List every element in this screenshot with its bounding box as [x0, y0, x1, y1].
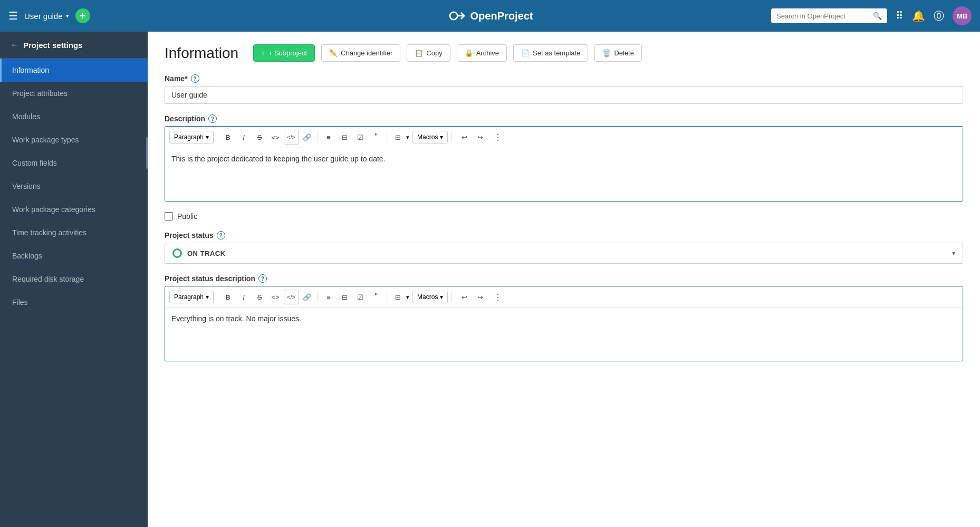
public-label: Public	[177, 212, 197, 221]
status-paragraph-chevron: ▾	[206, 293, 209, 301]
copy-icon: 📋	[415, 49, 423, 57]
sidebar-item-backlogs[interactable]: Backlogs	[0, 244, 148, 267]
status-bold-button[interactable]: B	[220, 290, 235, 304]
status-macros-select[interactable]: Macros ▾	[412, 291, 448, 303]
change-identifier-button[interactable]: ✏️ Change identifier	[321, 44, 400, 62]
svg-point-0	[450, 12, 457, 20]
status-undo-button[interactable]: ↩	[457, 290, 472, 304]
hamburger-menu[interactable]: ☰	[8, 9, 18, 22]
sidebar-item-work-package-types[interactable]: Work package types	[0, 128, 148, 151]
table-button[interactable]: ⊞	[390, 130, 405, 145]
set-as-template-label: Set as template	[533, 49, 580, 57]
status-table-button[interactable]: ⊞	[390, 290, 405, 304]
name-label: Name* ?	[165, 74, 963, 83]
undo-redo-group: ↩ ↪	[457, 130, 487, 145]
delete-label: Delete	[614, 49, 634, 57]
redo-button[interactable]: ↪	[473, 130, 487, 145]
status-bullet-list-button[interactable]: ≡	[321, 290, 336, 304]
inline-code-button[interactable]: <>	[268, 130, 283, 145]
sidebar-item-files[interactable]: Files	[0, 291, 148, 314]
table-chevron-icon: ▾	[406, 134, 409, 141]
paragraph-chevron-icon: ▾	[206, 133, 209, 141]
description-input[interactable]: This is the project dedicated to keeping…	[165, 148, 963, 201]
project-selector[interactable]: User guide ▾	[24, 12, 69, 21]
description-help-icon[interactable]: ?	[208, 114, 217, 123]
search-icon: 🔍	[873, 12, 882, 20]
sidebar-item-custom-fields[interactable]: Custom fields	[0, 151, 148, 175]
code-block-button[interactable]: </>	[284, 130, 299, 145]
numbered-list-button[interactable]: ⊟	[337, 130, 352, 145]
add-button[interactable]: +	[75, 8, 90, 23]
archive-icon: 🔒	[465, 49, 473, 57]
sidebar-item-modules[interactable]: Modules	[0, 105, 148, 128]
sidebar-scrollbar[interactable]	[146, 137, 148, 169]
bold-button[interactable]: B	[220, 130, 235, 145]
project-status-help-icon[interactable]: ?	[217, 231, 225, 239]
status-numbered-list-button[interactable]: ⊟	[337, 290, 352, 304]
chevron-down-icon: ▾	[66, 13, 69, 20]
name-input[interactable]	[165, 86, 963, 104]
logo-text: OpenProject	[470, 10, 533, 22]
description-section: Description ? Paragraph ▾ B I S <> </> 🔗…	[165, 114, 963, 202]
sidebar: ← Project settings InformationProject at…	[0, 32, 148, 527]
status-description-editor: Paragraph ▾ B I S <> </> 🔗 ≡ ⊟ ☑ " ⊞ ▾	[165, 286, 963, 361]
sidebar-item-versions[interactable]: Versions	[0, 175, 148, 198]
sidebar-item-time-tracking-activities[interactable]: Time tracking activities	[0, 221, 148, 244]
status-macros-chevron-icon: ▾	[440, 293, 443, 301]
status-link-button[interactable]: 🔗	[300, 290, 314, 304]
set-as-template-button[interactable]: 📄 Set as template	[513, 44, 588, 62]
project-status-section: Project status ? ON TRACK ▾	[165, 231, 963, 264]
link-button[interactable]: 🔗	[300, 130, 314, 145]
subproject-icon: +	[261, 49, 265, 57]
delete-button[interactable]: 🗑️ Delete	[594, 44, 642, 62]
bell-icon[interactable]: 🔔	[912, 9, 925, 22]
archive-button[interactable]: 🔒 Archive	[457, 44, 507, 62]
status-inline-code-button[interactable]: <>	[268, 290, 283, 304]
subproject-button[interactable]: + + Subproject	[253, 44, 315, 62]
grid-icon[interactable]: ⠿	[896, 9, 904, 22]
undo-button[interactable]: ↩	[457, 130, 472, 145]
status-table-chevron-icon: ▾	[406, 294, 409, 301]
edit-icon: ✏️	[329, 49, 338, 57]
status-code-block-button[interactable]: </>	[284, 290, 299, 304]
project-status-select[interactable]: ON TRACK ▾	[165, 243, 963, 264]
sidebar-item-work-package-categories[interactable]: Work package categories	[0, 198, 148, 221]
italic-button[interactable]: I	[236, 130, 251, 145]
public-checkbox[interactable]	[165, 212, 173, 221]
checklist-button[interactable]: ☑	[353, 130, 368, 145]
status-macros-label: Macros	[417, 293, 438, 301]
sidebar-back-button[interactable]: ← Project settings	[0, 32, 148, 59]
status-redo-button[interactable]: ↪	[473, 290, 487, 304]
macros-select[interactable]: Macros ▾	[412, 131, 448, 143]
copy-button[interactable]: 📋 Copy	[407, 44, 450, 62]
back-arrow-icon: ←	[11, 40, 19, 50]
status-checklist-button[interactable]: ☑	[353, 290, 368, 304]
status-paragraph-select[interactable]: Paragraph ▾	[169, 291, 214, 303]
search-bar[interactable]: 🔍	[771, 8, 887, 23]
status-description-label: Project status description ?	[165, 274, 963, 283]
status-description-input[interactable]: Everything is on track. No major issues.	[165, 308, 963, 361]
toolbar-divider-3	[387, 132, 387, 142]
project-status-label: Project status ?	[165, 231, 963, 239]
sidebar-item-required-disk-storage[interactable]: Required disk storage	[0, 267, 148, 291]
strikethrough-button[interactable]: S	[252, 130, 267, 145]
description-label: Description ?	[165, 114, 963, 123]
paragraph-select[interactable]: Paragraph ▾	[169, 131, 214, 143]
name-help-icon[interactable]: ?	[191, 74, 199, 83]
bullet-list-button[interactable]: ≡	[321, 130, 336, 145]
sidebar-item-information[interactable]: Information	[0, 59, 148, 82]
search-input[interactable]	[776, 12, 870, 20]
avatar[interactable]: MB	[953, 6, 972, 25]
status-dot-icon	[172, 248, 182, 258]
status-blockquote-button[interactable]: "	[369, 290, 383, 304]
blockquote-button[interactable]: "	[369, 130, 383, 145]
help-icon[interactable]: ⓪	[934, 9, 944, 23]
name-section: Name* ?	[165, 74, 963, 104]
status-more-options-button[interactable]: ⋮	[491, 290, 505, 304]
sidebar-item-project-attributes[interactable]: Project attributes	[0, 82, 148, 105]
status-italic-button[interactable]: I	[236, 290, 251, 304]
status-divider-3	[387, 292, 387, 302]
status-description-help-icon[interactable]: ?	[258, 274, 267, 283]
more-options-button[interactable]: ⋮	[491, 130, 505, 145]
status-strikethrough-button[interactable]: S	[252, 290, 267, 304]
